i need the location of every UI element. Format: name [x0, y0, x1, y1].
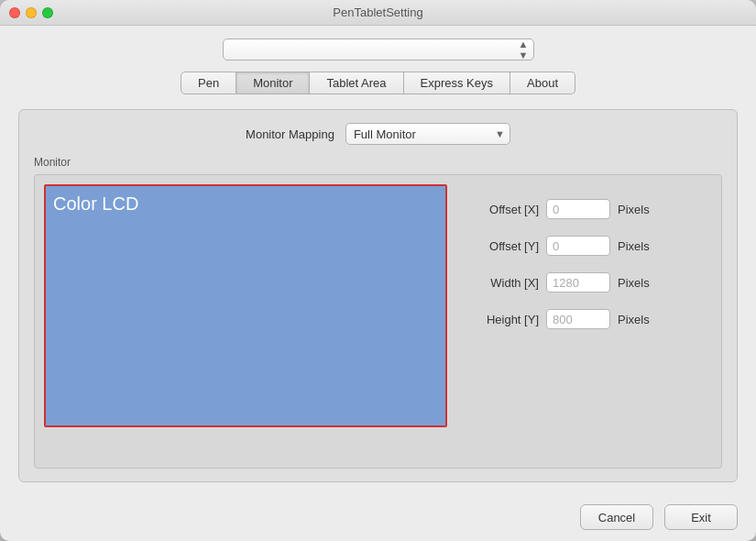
monitor-section-label: Monitor: [34, 156, 722, 169]
monitor-preview: Color LCD: [44, 184, 447, 427]
width-x-label: Width [X]: [466, 276, 539, 290]
width-x-input[interactable]: [546, 272, 610, 293]
height-y-row: Height [Y] Pixels: [466, 309, 712, 329]
offset-x-row: Offset [X] Pixels: [466, 199, 712, 219]
monitor-inner: Color LCD Offset [X] Pixels Offset [Y]: [34, 174, 722, 469]
height-y-unit: Pixels: [618, 313, 650, 326]
offset-x-label: Offset [X]: [466, 203, 539, 216]
main-window: PenTabletSetting ▲ ▼ Pen Monitor Tablet …: [0, 0, 756, 541]
width-x-unit: Pixels: [618, 276, 650, 290]
close-button[interactable]: [9, 7, 20, 18]
tab-express-keys[interactable]: Express Keys: [404, 72, 510, 94]
offset-y-label: Offset [Y]: [466, 239, 539, 253]
tab-pen[interactable]: Pen: [181, 72, 236, 94]
height-y-input[interactable]: [546, 309, 610, 329]
tab-monitor[interactable]: Monitor: [236, 72, 310, 94]
monitor-mapping-row: Monitor Mapping Full Monitor Part of Mon…: [34, 123, 722, 145]
height-y-label: Height [Y]: [466, 313, 539, 326]
width-x-row: Width [X] Pixels: [466, 272, 712, 293]
tab-tablet-area[interactable]: Tablet Area: [310, 72, 403, 94]
maximize-button[interactable]: [42, 7, 53, 18]
fields-column: Offset [X] Pixels Offset [Y] Pixels Widt…: [466, 184, 712, 329]
offset-y-row: Offset [Y] Pixels: [466, 236, 712, 256]
offset-x-input[interactable]: [546, 199, 610, 219]
tab-about[interactable]: About: [510, 72, 575, 94]
bottom-bar: Cancel Exit: [0, 495, 756, 541]
main-panel: Monitor Mapping Full Monitor Part of Mon…: [18, 109, 738, 482]
offset-y-unit: Pixels: [618, 239, 650, 253]
window-title: PenTabletSetting: [333, 6, 422, 19]
window-controls: [9, 7, 53, 18]
monitor-section: Monitor Color LCD Offset [X] Pixels: [34, 156, 722, 469]
offset-y-input[interactable]: [546, 236, 610, 256]
content-area: ▲ ▼ Pen Monitor Tablet Area Express Keys…: [0, 26, 756, 495]
device-select[interactable]: [223, 39, 534, 61]
offset-x-unit: Pixels: [618, 203, 650, 216]
minimize-button[interactable]: [26, 7, 37, 18]
monitor-preview-label: Color LCD: [53, 193, 138, 215]
device-dropdown-row: ▲ ▼: [18, 39, 738, 61]
title-bar: PenTabletSetting: [0, 0, 756, 26]
tabs-row: Pen Monitor Tablet Area Express Keys Abo…: [18, 72, 738, 94]
monitor-mapping-label: Monitor Mapping: [246, 127, 334, 141]
device-select-wrapper: ▲ ▼: [223, 39, 534, 61]
exit-button[interactable]: Exit: [664, 504, 738, 530]
monitor-mapping-select-wrapper: Full Monitor Part of Monitor ▼: [345, 123, 510, 145]
monitor-mapping-select[interactable]: Full Monitor Part of Monitor: [345, 123, 510, 145]
cancel-button[interactable]: Cancel: [580, 504, 653, 530]
